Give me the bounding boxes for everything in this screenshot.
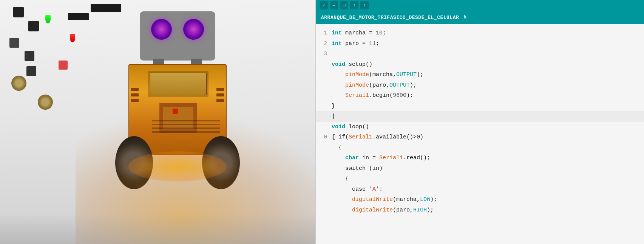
floor-shadow: [0, 214, 317, 244]
robot-head: [140, 11, 215, 61]
section-symbol: §: [463, 14, 466, 20]
component-led-red: [70, 34, 75, 42]
robot-body-inner: [150, 73, 207, 95]
line-num-if: 0: [319, 133, 327, 142]
component-button-red: [59, 61, 68, 70]
robot-eye-right: [183, 19, 204, 40]
code-text-switch: switch (in): [332, 164, 383, 174]
line-num-3: 3: [319, 50, 327, 59]
component-ic-1: [68, 13, 89, 20]
code-line-setup: void setup(): [316, 59, 644, 70]
code-text-serial: Serial1.begin(9600);: [332, 91, 413, 101]
code-text-open-switch: {: [332, 174, 349, 184]
toolbar: ✓ → □ ↑ ↑: [316, 0, 644, 11]
robot-red-indicator: [173, 109, 178, 114]
robot-slot-3: [131, 99, 139, 102]
code-editor[interactable]: ✓ → □ ↑ ↑ ARRANQUE_DE_MOTOR_TRIFASICO_DE…: [315, 0, 644, 244]
robot-slot-5: [216, 93, 224, 96]
component-pot-2: [38, 95, 53, 110]
file-tab[interactable]: ARRANQUE_DE_MOTOR_TRIFASICO_DESDE_EL_CEL…: [316, 11, 644, 24]
code-line-close-setup: }: [316, 101, 644, 112]
toolbar-verify-icon[interactable]: ✓: [320, 1, 328, 9]
code-text-cursor: |: [332, 112, 335, 121]
code-line-dw2: digitalWrite(paro,HIGH);: [316, 205, 644, 216]
code-line-pinmode2: pinMode(paro,OUTPUT);: [316, 80, 644, 91]
code-text-pinmode2: pinMode(paro,OUTPUT);: [332, 81, 417, 90]
code-text-dw2: digitalWrite(paro,HIGH);: [332, 205, 434, 215]
robot-slot-1: [131, 88, 139, 91]
component-led-green: [45, 15, 51, 23]
code-text-setup: void setup(): [332, 60, 372, 70]
toolbar-upload-icon[interactable]: →: [330, 1, 338, 9]
robot-slot-4: [216, 88, 224, 91]
robot-glow: [128, 151, 227, 182]
code-line-2: 2 int paro = 11;: [316, 39, 644, 49]
code-text-3: [332, 49, 335, 59]
code-line-char: char in = Serial1.read();: [316, 153, 644, 163]
code-line-serial: Serial1.begin(9600);: [316, 90, 644, 101]
line-num-2: 2: [319, 39, 327, 48]
component-ic-2: [91, 4, 121, 12]
code-text-loop: void loop(): [332, 122, 369, 132]
code-text-dw1: digitalWrite(marcha,LOW);: [332, 195, 437, 205]
main-container: ✓ → □ ↑ ↑ ARRANQUE_DE_MOTOR_TRIFASICO_DE…: [0, 0, 644, 244]
code-line-1: 1 int marcha = 10;: [316, 28, 644, 39]
toolbar-open-icon[interactable]: ↑: [350, 1, 358, 9]
component-button-1: [13, 7, 24, 17]
toolbar-save-icon[interactable]: ↑: [360, 1, 369, 9]
code-text-open-if: {: [332, 143, 342, 153]
component-button-3: [9, 38, 19, 48]
code-text-1: int marcha = 10;: [332, 28, 386, 38]
robot-slot-2: [131, 93, 139, 96]
code-line-open-switch: {: [316, 174, 644, 184]
code-line-3: 3: [316, 49, 644, 59]
code-text-char: char in = Serial1.read();: [332, 153, 430, 163]
code-line-open-if: {: [316, 143, 644, 153]
code-line-case: case 'A':: [316, 184, 644, 195]
robot-slot-6: [216, 99, 224, 102]
code-line-dw1: digitalWrite(marcha,LOW);: [316, 194, 644, 205]
filename: ARRANQUE_DE_MOTOR_TRIFASICO_DESDE_EL_CEL…: [321, 15, 459, 20]
code-body[interactable]: 1 int marcha = 10; 2 int paro = 11; 3 vo…: [316, 24, 644, 244]
toolbar-new-icon[interactable]: □: [340, 1, 348, 9]
robot-eye-left: [151, 19, 172, 40]
code-text-pinmode1: pinMode(marcha,OUTPUT);: [332, 70, 423, 80]
code-text-case: case 'A':: [332, 185, 383, 194]
code-line-pinmode1: pinMode(marcha,OUTPUT);: [316, 70, 644, 80]
robot: [121, 11, 234, 231]
robot-grille: [152, 120, 220, 143]
code-line-switch: switch (in): [316, 163, 644, 174]
component-button-4: [25, 51, 34, 61]
line-num-1: 1: [319, 29, 327, 38]
component-pot-1: [11, 76, 26, 91]
code-line-if: 0 { if(Serial1.available()>0): [316, 132, 644, 143]
code-line-loop: void loop(): [316, 122, 644, 132]
code-text-if: { if(Serial1.available()>0): [332, 132, 423, 142]
background-area: [0, 0, 317, 244]
component-button-2: [28, 21, 39, 31]
code-line-cursor: |: [316, 111, 644, 122]
component-button-5: [26, 66, 36, 76]
code-text-close-setup: }: [332, 101, 335, 111]
code-text-2: int paro = 11;: [332, 39, 379, 49]
